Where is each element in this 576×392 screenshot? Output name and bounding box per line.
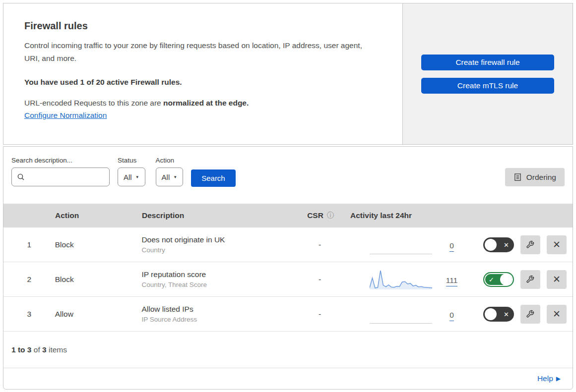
cross-icon: ✕ xyxy=(504,241,509,248)
firewall-overview-card: Firewall rules Control incoming traffic … xyxy=(3,3,573,145)
chevron-down-icon: ▼ xyxy=(173,175,177,179)
rule-fields: IP Source Address xyxy=(141,316,290,323)
rule-controls: ✓ ✕ ✕ xyxy=(483,305,573,324)
action-filter-dropdown[interactable]: All ▼ xyxy=(156,168,184,186)
search-icon xyxy=(17,173,25,181)
search-label: Search description... xyxy=(11,157,110,164)
rule-fields: Country, Threat Score xyxy=(141,281,290,288)
close-icon: ✕ xyxy=(553,239,561,250)
activity-sparkline xyxy=(370,303,432,325)
rule-csr: - xyxy=(290,240,350,249)
rule-description-cell: Allow listed IPs IP Source Address xyxy=(141,305,290,323)
chevron-down-icon: ▼ xyxy=(135,175,139,179)
toggle-knob xyxy=(500,274,512,285)
ordering-button[interactable]: Ordering xyxy=(505,168,565,186)
wrench-icon xyxy=(526,275,534,283)
delete-rule-button[interactable]: ✕ xyxy=(547,305,567,324)
search-button[interactable]: Search xyxy=(191,169,236,187)
rule-description-cell: Does not originate in UK Country xyxy=(141,235,290,254)
page-description: Control incoming traffic to your zone by… xyxy=(24,39,379,65)
normalization-note: URL-encoded Requests to this zone are no… xyxy=(24,99,382,108)
rule-action: Allow xyxy=(55,310,142,319)
help-link[interactable]: Help ▶ xyxy=(537,374,561,383)
rule-priority: 3 xyxy=(3,310,55,319)
check-icon: ✓ xyxy=(489,276,494,283)
rule-description: Does not originate in UK xyxy=(141,235,290,244)
column-activity: Activity last 24hr xyxy=(350,211,484,220)
firewall-overview-text: Firewall rules Control incoming traffic … xyxy=(3,3,403,145)
rule-controls: ✓ ✕ ✕ xyxy=(483,270,573,289)
column-action: Action xyxy=(55,211,142,220)
status-filter-value: All xyxy=(124,173,132,181)
rule-csr: - xyxy=(290,275,350,284)
table-row: 2 Block IP reputation score Country, Thr… xyxy=(3,262,573,297)
pagination-summary: 1 to 3 of 3 items xyxy=(3,332,573,368)
create-mtls-rule-button[interactable]: Create mTLS rule xyxy=(421,78,554,94)
page-title: Firewall rules xyxy=(24,20,382,32)
rule-activity-cell: 0 xyxy=(350,303,483,325)
action-filter-value: All xyxy=(162,173,170,181)
normalization-text: URL-encoded Requests to this zone are xyxy=(24,99,163,107)
help-arrow-icon: ▶ xyxy=(556,375,561,382)
activity-count-link[interactable]: 111 xyxy=(442,276,462,285)
rule-activity-cell: 0 xyxy=(350,234,483,256)
filter-toolbar: Search description... Status All ▼ Actio… xyxy=(3,147,573,204)
rule-description-cell: IP reputation score Country, Threat Scor… xyxy=(141,270,290,288)
delete-rule-button[interactable]: ✕ xyxy=(547,235,567,254)
cross-icon: ✕ xyxy=(504,310,509,318)
help-link-label: Help xyxy=(537,374,553,383)
delete-rule-button[interactable]: ✕ xyxy=(547,270,567,289)
table-header: Action Description CSR ⓘ Activity last 2… xyxy=(3,204,573,227)
rule-priority: 1 xyxy=(3,240,55,249)
edit-rule-button[interactable] xyxy=(520,270,540,289)
rule-csr: - xyxy=(290,310,350,319)
table-row: 1 Block Does not originate in UK Country… xyxy=(3,227,573,262)
status-filter-label: Status xyxy=(118,157,145,164)
status-filter-dropdown[interactable]: All ▼ xyxy=(118,168,145,186)
wrench-icon xyxy=(526,310,534,318)
create-firewall-rule-button[interactable]: Create firewall rule xyxy=(421,55,554,70)
ordering-button-label: Ordering xyxy=(526,173,556,182)
edit-rule-button[interactable] xyxy=(520,305,540,324)
rule-enabled-toggle[interactable]: ✓ ✕ xyxy=(483,307,514,322)
configure-normalization-link[interactable]: Configure Normalization xyxy=(24,111,107,120)
rule-description: Allow listed IPs xyxy=(141,305,290,314)
action-filter-label: Action xyxy=(156,157,184,164)
normalization-bold: normalized at the edge. xyxy=(163,99,249,107)
search-input[interactable] xyxy=(25,173,104,181)
rule-activity-cell: 111 xyxy=(350,269,483,290)
activity-sparkline xyxy=(370,234,432,256)
rule-fields: Country xyxy=(141,246,290,254)
close-icon: ✕ xyxy=(553,274,561,285)
rule-controls: ✓ ✕ ✕ xyxy=(483,235,573,254)
toggle-knob xyxy=(485,308,497,320)
activity-sparkline xyxy=(370,269,432,290)
toggle-knob xyxy=(485,239,497,251)
info-icon[interactable]: ⓘ xyxy=(327,211,334,220)
create-rules-panel: Create firewall rule Create mTLS rule xyxy=(403,3,573,145)
items-total: 3 xyxy=(42,345,47,354)
rule-action: Block xyxy=(55,240,142,249)
help-bar: Help ▶ xyxy=(3,368,573,389)
items-of: of xyxy=(34,345,40,354)
rule-enabled-toggle[interactable]: ✓ ✕ xyxy=(483,237,514,252)
activity-count-link[interactable]: 0 xyxy=(442,241,462,250)
items-label: items xyxy=(49,345,67,354)
ordering-list-icon xyxy=(513,173,522,181)
rule-description: IP reputation score xyxy=(141,270,290,279)
items-range: 1 to 3 xyxy=(11,345,31,354)
usage-summary: You have used 1 of 20 active Firewall ru… xyxy=(24,78,382,87)
column-csr-label: CSR xyxy=(307,211,323,220)
firewall-rules-table-card: Search description... Status All ▼ Actio… xyxy=(3,146,573,390)
search-input-wrapper[interactable] xyxy=(11,168,110,186)
rule-priority: 2 xyxy=(3,275,55,284)
edit-rule-button[interactable] xyxy=(520,235,540,254)
column-description: Description xyxy=(142,211,291,220)
activity-count-link[interactable]: 0 xyxy=(442,311,462,320)
rule-action: Block xyxy=(55,275,142,284)
close-icon: ✕ xyxy=(553,308,561,320)
table-row: 3 Allow Allow listed IPs IP Source Addre… xyxy=(3,297,573,332)
column-csr: CSR ⓘ xyxy=(291,211,350,220)
wrench-icon xyxy=(526,240,534,249)
rule-enabled-toggle[interactable]: ✓ ✕ xyxy=(483,272,514,287)
